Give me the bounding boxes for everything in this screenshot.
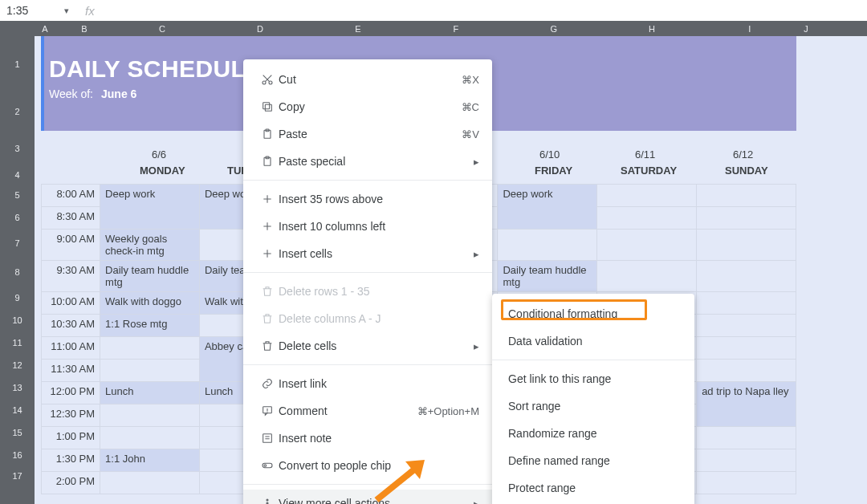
- row-header-5[interactable]: 5: [0, 184, 35, 206]
- cell[interactable]: Weekly goals check-in mtg: [100, 230, 200, 261]
- col-header-B[interactable]: B: [55, 21, 113, 36]
- paste-icon: [256, 155, 279, 168]
- chevron-right-icon: ▸: [474, 340, 479, 352]
- trash-icon: [256, 339, 279, 352]
- row-header-2[interactable]: 2: [0, 92, 35, 131]
- select-all-corner[interactable]: [0, 21, 35, 36]
- time-cell: 8:00 AM: [42, 185, 100, 207]
- col-header-E[interactable]: E: [309, 21, 407, 36]
- svg-rect-2: [265, 104, 271, 111]
- chip-icon: [256, 459, 279, 472]
- plus-icon: [256, 247, 279, 260]
- col-header-H[interactable]: H: [603, 21, 701, 36]
- time-cell: 9:00 AM: [42, 230, 100, 261]
- svg-rect-3: [263, 103, 270, 109]
- menu-item[interactable]: Copy⌘C: [243, 93, 492, 120]
- time-cell: 11:00 AM: [42, 337, 100, 360]
- cell[interactable]: [498, 230, 597, 261]
- menu-item[interactable]: Insert 35 rows above: [243, 185, 492, 213]
- menu-item[interactable]: Convert to people chip: [243, 452, 492, 479]
- col-header-D[interactable]: D: [211, 21, 309, 36]
- name-box-dropdown-icon[interactable]: ▾: [59, 4, 74, 18]
- col-header-C[interactable]: C: [113, 21, 211, 36]
- svg-point-0: [263, 81, 266, 84]
- submenu-item[interactable]: Protect range: [492, 474, 694, 502]
- col-header-G[interactable]: G: [505, 21, 603, 36]
- row-header-10[interactable]: 10: [0, 309, 35, 331]
- col-header-F[interactable]: F: [407, 21, 505, 36]
- row-header-7[interactable]: 7: [0, 229, 35, 258]
- menu-item: Delete columns A - J: [243, 305, 492, 332]
- formula-bar: fx: [79, 0, 867, 21]
- time-cell: 1:00 PM: [42, 427, 100, 449]
- submenu-item[interactable]: Define named range: [492, 447, 694, 474]
- cell[interactable]: [100, 472, 200, 494]
- row-header-1[interactable]: 1: [0, 36, 35, 92]
- row-header-17[interactable]: 17: [0, 466, 35, 486]
- menu-item[interactable]: Paste special▸: [243, 148, 492, 175]
- time-cell: 10:30 AM: [42, 315, 100, 337]
- menu-item[interactable]: Insert note: [243, 425, 492, 452]
- paste-icon: [256, 128, 279, 140]
- cell[interactable]: Lunch: [100, 382, 200, 404]
- menu-item[interactable]: Paste⌘V: [243, 120, 492, 148]
- submenu-item[interactable]: Data validation: [492, 327, 694, 355]
- svg-point-1: [269, 81, 272, 84]
- submenu-item[interactable]: Sort range: [492, 392, 694, 420]
- cell[interactable]: Deep work: [100, 185, 200, 230]
- menu-item[interactable]: Insert cells▸: [243, 240, 492, 267]
- cell[interactable]: 1:1 John: [100, 449, 200, 472]
- row-header-16[interactable]: 16: [0, 444, 35, 466]
- row-header-11[interactable]: 11: [0, 331, 35, 354]
- cell[interactable]: [100, 427, 200, 449]
- row-header-14[interactable]: 14: [0, 399, 35, 421]
- svg-point-11: [264, 465, 267, 467]
- row-header-column: 1234567891011121314151617: [0, 36, 35, 504]
- submenu-item[interactable]: Get link to this range: [492, 365, 694, 392]
- plus-icon: [256, 193, 279, 205]
- submenu-item[interactable]: Conditional formatting: [492, 300, 694, 327]
- selection-edge: [41, 36, 44, 131]
- time-cell: 11:30 AM: [42, 360, 100, 382]
- menu-item[interactable]: View more cell actions▸: [243, 490, 492, 504]
- menu-item[interactable]: Insert 10 columns left: [243, 213, 492, 240]
- row-header-9[interactable]: 9: [0, 287, 35, 309]
- col-header-J[interactable]: J: [799, 21, 813, 36]
- cell[interactable]: Daily team huddle mtg: [498, 261, 597, 292]
- chevron-right-icon: ▸: [474, 498, 479, 505]
- row-header-12[interactable]: 12: [0, 354, 35, 376]
- cell[interactable]: Deep work: [498, 185, 597, 230]
- cell[interactable]: 1:1 Rose mtg: [100, 315, 200, 337]
- cell[interactable]: [100, 360, 200, 382]
- name-box-input[interactable]: [0, 0, 59, 21]
- svg-point-12: [267, 499, 268, 501]
- cut-icon: [256, 73, 279, 86]
- time-cell: 1:30 PM: [42, 449, 100, 472]
- row-header-13[interactable]: 13: [0, 376, 35, 399]
- menu-item[interactable]: Cut⌘X: [243, 66, 492, 93]
- row-header-6[interactable]: 6: [0, 206, 35, 229]
- menu-item[interactable]: Insert link: [243, 370, 492, 397]
- menu-item[interactable]: Delete cells▸: [243, 332, 492, 360]
- copy-icon: [256, 100, 279, 113]
- link-icon: [256, 377, 279, 390]
- cell[interactable]: Walk with doggo: [100, 292, 200, 315]
- time-cell: 12:00 PM: [42, 382, 100, 404]
- cell[interactable]: [100, 404, 200, 427]
- time-cell: 2:00 PM: [42, 472, 100, 494]
- cell[interactable]: Daily team huddle mtg: [100, 261, 200, 292]
- submenu-item[interactable]: Randomize range: [492, 420, 694, 447]
- col-header-I[interactable]: I: [701, 21, 799, 36]
- cell[interactable]: [100, 337, 200, 360]
- row-header-15[interactable]: 15: [0, 421, 35, 444]
- chevron-right-icon: ▸: [474, 156, 479, 168]
- row-header-4[interactable]: 4: [0, 166, 35, 184]
- context-menu: Cut⌘XCopy⌘CPaste⌘VPaste special▸Insert 3…: [243, 59, 492, 504]
- row-header-3[interactable]: 3: [0, 131, 35, 166]
- svg-rect-9: [263, 434, 272, 443]
- menu-item[interactable]: Comment⌘+Option+M: [243, 397, 492, 425]
- formula-input[interactable]: [101, 4, 861, 17]
- time-cell: 9:30 AM: [42, 261, 100, 292]
- row-header-8[interactable]: 8: [0, 258, 35, 287]
- col-header-A[interactable]: A: [35, 21, 55, 36]
